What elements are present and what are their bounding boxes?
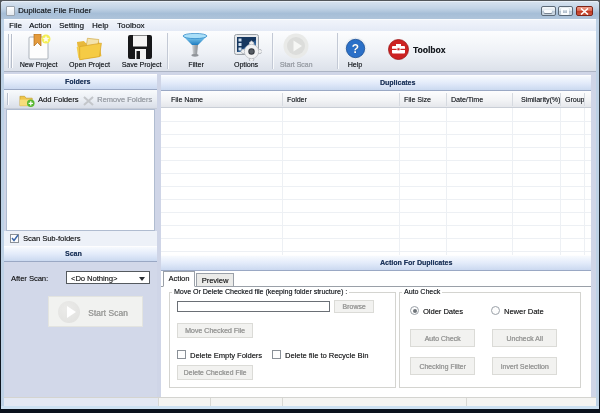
svg-text:?: ? xyxy=(352,42,359,56)
